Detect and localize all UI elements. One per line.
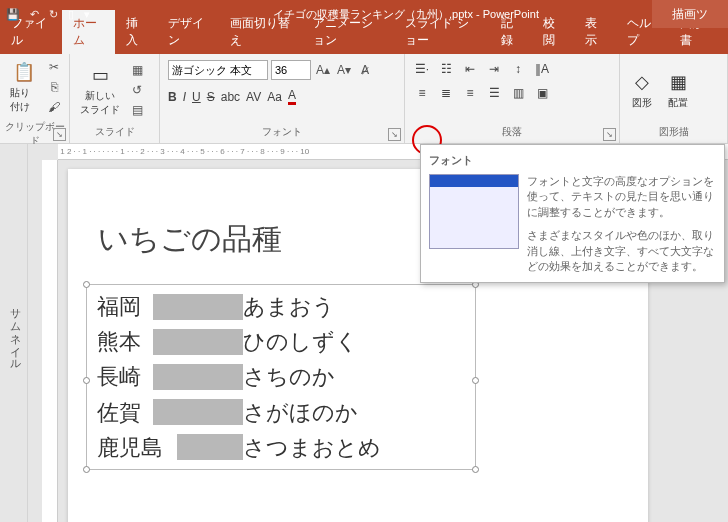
tooltip-title: フォント — [429, 153, 716, 168]
font-launcher[interactable]: ↘ — [388, 128, 401, 141]
list-item[interactable]: 鹿児島さつまおとめ — [97, 430, 465, 465]
group-shapes: ◇ 図形 ▦ 配置 図形描 — [620, 54, 728, 143]
tooltip-text: フォントと文字の高度なオプションを使って、テキストの見た目を思い通りに調整するこ… — [527, 174, 716, 274]
group-paragraph: ☰· ☷ ⇤ ⇥ ↕ ‖A ≡ ≣ ≡ ☰ ▥ ▣ 段落 ↘ — [405, 54, 620, 143]
align-right-icon[interactable]: ≡ — [461, 84, 479, 102]
tab-view[interactable]: 表示 — [574, 10, 616, 54]
more-icon[interactable]: ▾ — [84, 8, 90, 21]
decrease-font-icon[interactable]: A▾ — [335, 61, 353, 79]
cut-icon[interactable]: ✂ — [45, 58, 63, 76]
text-direction-icon[interactable]: ‖A — [533, 60, 551, 78]
thumbnail-panel[interactable]: サムネイル — [0, 144, 28, 522]
underline-button[interactable]: U — [192, 90, 201, 104]
increase-font-icon[interactable]: A▴ — [314, 61, 332, 79]
save-icon[interactable]: 💾 — [6, 8, 20, 21]
tab-record[interactable]: 記録 — [490, 10, 532, 54]
group-label: スライド — [74, 123, 155, 141]
undo-icon[interactable]: ↶ — [30, 8, 39, 21]
shadow-button[interactable]: abc — [221, 90, 240, 104]
bold-button[interactable]: B — [168, 90, 177, 104]
line-spacing-icon[interactable]: ↕ — [509, 60, 527, 78]
section-icon[interactable]: ▤ — [128, 101, 146, 119]
paragraph-launcher[interactable]: ↘ — [603, 128, 616, 141]
new-slide-icon: ▭ — [88, 63, 112, 87]
redo-icon[interactable]: ↻ — [49, 8, 58, 21]
ribbon: 📋 貼り付け ✂ ⎘ 🖌 クリップボード ↘ ▭ 新しい スライド ▦ ↺ ▤ … — [0, 54, 728, 144]
copy-icon[interactable]: ⎘ — [45, 78, 63, 96]
drawing-tools-tab[interactable]: 描画ツ — [652, 0, 728, 28]
ribbon-tabs: ファイル ホーム 挿入 デザイン 画面切り替え アニメーション スライド ショー… — [0, 28, 728, 54]
clear-format-icon[interactable]: A̷ — [356, 61, 374, 79]
smartart-icon[interactable]: ▣ — [533, 84, 551, 102]
char-spacing-button[interactable]: AV — [246, 90, 261, 104]
align-center-icon[interactable]: ≣ — [437, 84, 455, 102]
vertical-ruler — [42, 160, 58, 522]
tab-insert[interactable]: 挿入 — [115, 10, 157, 54]
columns-icon[interactable]: ▥ — [509, 84, 527, 102]
format-painter-icon[interactable]: 🖌 — [45, 98, 63, 116]
list-item[interactable]: 熊本ひのしずく — [97, 324, 465, 359]
font-tooltip: フォント フォントと文字の高度なオプションを使って、テキストの見た目を思い通りに… — [420, 144, 725, 283]
arrange-button[interactable]: ▦ 配置 — [662, 68, 694, 112]
reset-icon[interactable]: ↺ — [128, 81, 146, 99]
arrange-icon: ▦ — [666, 70, 690, 94]
tooltip-preview-image — [429, 174, 519, 249]
paste-button[interactable]: 📋 貼り付け — [6, 58, 41, 116]
strike-button[interactable]: S — [207, 90, 215, 104]
group-slides: ▭ 新しい スライド ▦ ↺ ▤ スライド — [70, 54, 160, 143]
align-left-icon[interactable]: ≡ — [413, 84, 431, 102]
group-label: 段落 — [409, 123, 615, 141]
list-item[interactable]: 長崎さちのか — [97, 359, 465, 394]
shapes-icon: ◇ — [630, 70, 654, 94]
content-textbox[interactable]: 福岡あまおう熊本ひのしずく長崎さちのか佐賀さがほのか鹿児島さつまおとめ — [86, 284, 476, 470]
tab-slideshow[interactable]: スライド ショー — [394, 10, 489, 54]
group-font: A▴ A▾ A̷ B I U S abc AV Aa A フォント ↘ — [160, 54, 405, 143]
font-size-input[interactable] — [271, 60, 311, 80]
list-item[interactable]: 佐賀さがほのか — [97, 395, 465, 430]
new-slide-button[interactable]: ▭ 新しい スライド — [76, 61, 124, 119]
tab-transitions[interactable]: 画面切り替え — [219, 10, 302, 54]
indent-decrease-icon[interactable]: ⇤ — [461, 60, 479, 78]
group-clipboard: 📋 貼り付け ✂ ⎘ 🖌 クリップボード ↘ — [0, 54, 70, 143]
indent-increase-icon[interactable]: ⇥ — [485, 60, 503, 78]
list-item[interactable]: 福岡あまおう — [97, 289, 465, 324]
clipboard-launcher[interactable]: ↘ — [53, 128, 66, 141]
slide-title[interactable]: いちごの品種 — [98, 219, 282, 260]
font-name-input[interactable] — [168, 60, 268, 80]
tab-design[interactable]: デザイン — [157, 10, 219, 54]
shapes-button[interactable]: ◇ 図形 — [626, 68, 658, 112]
clipboard-icon: 📋 — [12, 60, 36, 84]
justify-icon[interactable]: ☰ — [485, 84, 503, 102]
tab-animations[interactable]: アニメーション — [302, 10, 395, 54]
bullets-icon[interactable]: ☰· — [413, 60, 431, 78]
group-label: フォント — [164, 123, 400, 141]
group-label: 図形描 — [624, 123, 723, 141]
tab-review[interactable]: 校閲 — [532, 10, 574, 54]
layout-icon[interactable]: ▦ — [128, 61, 146, 79]
change-case-button[interactable]: Aa — [267, 90, 282, 104]
italic-button[interactable]: I — [183, 90, 186, 104]
numbering-icon[interactable]: ☷ — [437, 60, 455, 78]
start-icon[interactable]: ▯ — [68, 8, 74, 21]
font-color-button[interactable]: A — [288, 88, 296, 105]
